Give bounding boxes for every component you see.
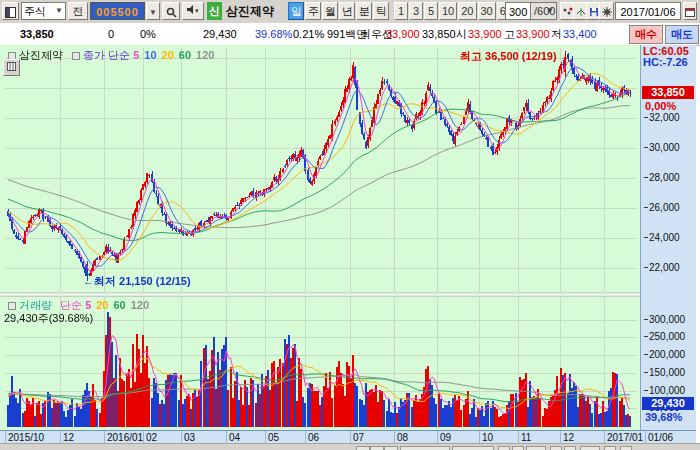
svg-text:▾: ▾ xyxy=(195,7,199,14)
volume-ratio: 39.68% xyxy=(255,27,292,41)
current-price: 33,850 xyxy=(20,27,54,41)
x-axis-label-11: 11 xyxy=(521,432,531,443)
bottom-tool-icon[interactable] xyxy=(512,446,524,450)
best-bid: 33,850 xyxy=(422,27,456,41)
interval-button-1[interactable]: 1 xyxy=(394,2,408,20)
price-axis-label-26000: 26,000 xyxy=(644,202,694,213)
volume-axis-label-300000: 300,000 xyxy=(644,314,694,325)
open-label: 시 xyxy=(456,27,467,41)
price-chart-canvas[interactable] xyxy=(5,48,637,292)
x-axis-label-05: 05 xyxy=(268,432,279,443)
interval-button-30[interactable]: 30 xyxy=(478,2,496,20)
current-volume-pct: 39,68% xyxy=(645,411,682,423)
period-button-틱[interactable]: 틱 xyxy=(373,2,389,20)
x-axis-label-12: 12 xyxy=(63,432,74,443)
current-price-pct: 0,00% xyxy=(645,100,676,112)
bottom-tool-icon[interactable] xyxy=(550,446,562,450)
period-button-분[interactable]: 분 xyxy=(356,2,372,20)
price-change: 0 xyxy=(108,27,114,41)
asset-type-select[interactable]: 주식▼ xyxy=(21,2,66,20)
x-axis-label-04: 04 xyxy=(229,432,240,443)
period-button-월[interactable]: 월 xyxy=(322,2,338,20)
legend-ma-type: 종가 단순 xyxy=(83,49,130,61)
quote-info-bar: 33,850 0 0% 29,430 39.68% 0.21% 991백만 최우… xyxy=(0,23,700,46)
price-axis-label-24000: 24,000 xyxy=(644,232,694,243)
new-stock-badge: 신 xyxy=(207,2,222,20)
current-price-marker: 33,850 xyxy=(642,86,694,99)
chart-tool-icon[interactable] xyxy=(3,59,20,76)
date-input[interactable]: 2017/01/06 xyxy=(615,2,681,20)
panel-toggle-icon[interactable] xyxy=(2,2,19,20)
ma-period-120: 120 xyxy=(131,299,149,311)
period-button-년[interactable]: 년 xyxy=(339,2,355,20)
symbol-name: 삼진제약 xyxy=(226,2,288,20)
legend-ma-type: 단순 xyxy=(60,299,82,311)
ma-period-60: 60 xyxy=(179,49,191,61)
sell-button[interactable]: 매도 xyxy=(665,25,699,44)
period-button-일[interactable]: 일 xyxy=(288,2,304,20)
bottom-tool-icon[interactable] xyxy=(564,446,576,450)
x-axis-label-03: 03 xyxy=(184,432,195,443)
bottom-tool-icon[interactable] xyxy=(526,446,546,450)
ma-period-20: 20 xyxy=(96,299,108,311)
legend-bullet-icon xyxy=(72,52,80,60)
x-axis-label-08: 08 xyxy=(397,432,408,443)
highest-price-annotation: 최고 36,500 (12/19) → xyxy=(460,49,571,64)
volume-chart-canvas[interactable] xyxy=(5,296,637,428)
bottom-tool-icon[interactable] xyxy=(580,446,600,450)
lowest-price-annotation: ←최저 21,150 (12/15) xyxy=(83,274,191,289)
price-axis-label-32000: 32,000 xyxy=(644,112,694,123)
search-icon[interactable] xyxy=(162,2,180,20)
legend-symbol-name: 삼진제약 xyxy=(19,49,63,61)
jeon-button[interactable]: 전 xyxy=(68,2,88,20)
price-axis-label-22000: 22,000 xyxy=(644,262,694,273)
bar-count-total: /600 xyxy=(534,2,555,20)
x-axis-label-2015/10: 2015/10 xyxy=(8,432,44,443)
x-axis-label-06: 06 xyxy=(308,432,319,443)
bottom-slider[interactable] xyxy=(452,446,494,450)
bottom-tool-icon[interactable] xyxy=(498,446,510,450)
ma-period-60: 60 xyxy=(114,299,126,311)
x-axis-label-07: 07 xyxy=(353,432,364,443)
high-label: 고 xyxy=(504,27,515,41)
settings-gear-icon[interactable] xyxy=(599,2,614,20)
turnover-pct: 0.21% xyxy=(293,27,324,41)
legend-bullet-icon xyxy=(8,302,16,310)
high-price: 33,900 xyxy=(516,27,550,41)
interval-button-5[interactable]: 5 xyxy=(424,2,438,20)
ma-period-5: 5 xyxy=(133,49,139,61)
legend-ma-periods: 5102060120 xyxy=(133,49,219,61)
interval-button-3[interactable]: 3 xyxy=(409,2,423,20)
asset-type-value: 주식 xyxy=(24,2,46,20)
bottom-tool-icon[interactable] xyxy=(384,446,398,450)
x-axis-label-09: 09 xyxy=(440,432,451,443)
stock-code-input[interactable]: 005500 xyxy=(90,2,145,20)
chevron-down-icon: ▼ xyxy=(55,2,63,20)
toolbar: 주식▼ 전 005500 ▼ ▾ 신 삼진제약 일주월년분틱 135102030… xyxy=(0,0,700,24)
bar-count-input[interactable]: 300 xyxy=(505,2,531,20)
code-dropdown-button[interactable]: ▼ xyxy=(146,2,160,20)
open-price: 33,900 xyxy=(468,27,502,41)
low-label: 저 xyxy=(551,27,562,41)
x-axis-label-02: 02 xyxy=(146,432,157,443)
low-price: 33,400 xyxy=(563,27,597,41)
ma-period-5: 5 xyxy=(85,299,91,311)
x-axis-label-2016/01: 2016/01 xyxy=(107,432,143,443)
current-volume-readout: 29,430주(39.68%) xyxy=(4,311,93,326)
bottom-tool-icon[interactable] xyxy=(604,446,616,450)
bottom-tool-icon[interactable] xyxy=(370,446,384,450)
y-axis-panel[interactable]: 36,00032,00030,00028,00026,00024,00022,0… xyxy=(640,45,696,430)
bottom-tool-icon[interactable] xyxy=(356,446,370,450)
volume-axis-label-200000: 200,000 xyxy=(644,349,694,360)
x-axis-band[interactable]: 2015/10122016/01020304050607080910111220… xyxy=(0,430,696,444)
volume-axis-label-150000: 150,000 xyxy=(644,367,694,378)
interval-button-10[interactable]: 10 xyxy=(439,2,457,20)
volume-value: 29,430 xyxy=(203,27,237,41)
interval-button-20[interactable]: 20 xyxy=(458,2,476,20)
buy-button[interactable]: 매수 xyxy=(629,25,663,44)
bottom-slider[interactable] xyxy=(400,446,450,450)
calendar-icon[interactable] xyxy=(683,2,697,20)
bottom-tool-icon[interactable] xyxy=(620,446,632,450)
sound-icon[interactable]: ▾ xyxy=(182,2,204,20)
period-button-주[interactable]: 주 xyxy=(305,2,321,20)
